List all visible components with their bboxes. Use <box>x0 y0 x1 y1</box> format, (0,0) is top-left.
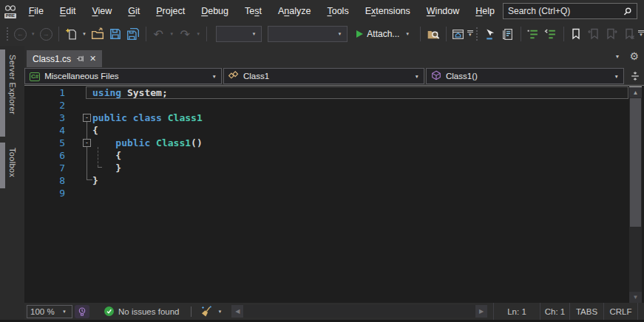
sidebar-tab-toolbox[interactable]: Toolbox <box>0 143 24 188</box>
toolbar-grip[interactable] <box>476 27 478 41</box>
save-button[interactable] <box>106 25 124 43</box>
code-editor[interactable]: 1using System;23-public class Class14{5-… <box>24 85 644 303</box>
scrollbar-thumb[interactable] <box>630 98 641 227</box>
new-file-chevron-icon[interactable]: ▼ <box>80 32 89 36</box>
close-icon[interactable]: ✕ <box>89 55 96 63</box>
navigation-bar: C#Miscellaneous Files▼Class1▼Class1()▼ <box>24 67 644 85</box>
scroll-up-arrow[interactable]: ▲ <box>629 86 642 97</box>
status-tabs[interactable]: TABS <box>569 303 603 320</box>
menu-git[interactable]: Git <box>120 0 148 22</box>
solution-explorer-button[interactable] <box>450 25 467 43</box>
menu-window[interactable]: Window <box>418 0 467 22</box>
menu-project[interactable]: Project <box>148 0 193 22</box>
navigate-backward-chevron-icon[interactable]: ▼ <box>29 32 38 36</box>
navbar-type-dropdown[interactable]: Class1▼ <box>223 68 424 84</box>
code-line-5[interactable]: 5- public Class1() <box>24 137 629 149</box>
navigate-forward-button[interactable]: → <box>40 28 52 41</box>
editor-group: Class1.cs ✕ ▼ ⚙ C#Miscellan <box>24 46 644 320</box>
toggle-bookmark-button[interactable] <box>567 25 585 43</box>
previous-bookmark-icon <box>588 28 600 40</box>
split-editor-button[interactable] <box>626 67 644 85</box>
issues-indicator[interactable]: No issues found <box>104 306 179 316</box>
fold-collapse-marker[interactable]: - <box>83 139 91 147</box>
code-cleanup-button[interactable]: ▼ <box>200 306 224 318</box>
undo-chevron-icon[interactable]: ▼ <box>167 32 176 36</box>
vertical-scrollbar[interactable]: ▲ ▼ <box>629 86 642 303</box>
scroll-right-arrow[interactable]: ▶ <box>475 305 487 318</box>
menu-extensions[interactable]: Extensions <box>357 0 418 22</box>
standard-toolbar: ← ▼ → ▼ <box>0 22 644 46</box>
document-tab-strip: Class1.cs ✕ ▼ ⚙ <box>24 46 644 67</box>
sidebar-tab-server-explorer[interactable]: Server Explorer <box>0 49 24 137</box>
menu-help[interactable]: Help <box>467 0 503 22</box>
tab-list-chevron-icon[interactable]: ▼ <box>615 54 620 59</box>
navbar-member-dropdown[interactable]: Class1()▼ <box>426 68 624 84</box>
chevron-down-icon: ▼ <box>249 32 258 36</box>
undo-button[interactable]: ↶ <box>149 25 167 43</box>
previous-bookmark-button[interactable] <box>585 25 603 43</box>
menu-analyze[interactable]: Analyze <box>270 0 319 22</box>
navigate-backward-button[interactable]: ← <box>14 28 27 41</box>
status-crlf[interactable]: CRLF <box>603 303 637 320</box>
dropdown-label: Miscellaneous Files <box>44 72 207 80</box>
code-line-6[interactable]: 6 { <box>24 149 629 162</box>
code-line-1[interactable]: 1using System; <box>24 86 629 99</box>
clear-bookmarks-button[interactable] <box>620 25 638 43</box>
uncomment-button[interactable] <box>542 25 560 43</box>
menu-items: FileEditViewGitProjectDebugTestAnalyzeTo… <box>21 0 503 22</box>
open-file-button[interactable] <box>89 25 106 43</box>
list-members-button[interactable] <box>481 25 499 43</box>
sidebar-tab-label: Server Explorer <box>5 49 21 137</box>
menu-view[interactable]: View <box>84 0 120 22</box>
attach-button[interactable]: Attach... ▼ <box>352 25 416 43</box>
zoom-control[interactable]: 100 % ▼ <box>27 305 72 318</box>
left-tool-window-bar: Server ExplorerToolbox <box>0 46 24 320</box>
fold-collapse-marker[interactable]: - <box>83 114 91 122</box>
code-line-2[interactable]: 2 <box>24 99 629 112</box>
navbar-project-dropdown[interactable]: C#Miscellaneous Files▼ <box>24 68 222 84</box>
toolbar-overflow-button[interactable]: ▼ <box>467 32 473 37</box>
line-number: 9 <box>24 187 69 199</box>
save-all-button[interactable] <box>124 25 142 43</box>
code-line-8[interactable]: 8} <box>24 174 629 187</box>
code-line-4[interactable]: 4{ <box>24 124 629 137</box>
new-file-button[interactable] <box>62 25 80 43</box>
scrollbar-track[interactable] <box>243 305 475 318</box>
code-line-9[interactable]: 9 <box>24 187 629 199</box>
tab-class1-cs[interactable]: Class1.cs ✕ <box>27 50 102 67</box>
next-bookmark-button[interactable] <box>603 25 620 43</box>
menu-edit[interactable]: Edit <box>52 0 84 22</box>
search-input[interactable] <box>508 6 623 16</box>
editor-health-button[interactable] <box>75 305 89 318</box>
pin-icon[interactable] <box>76 55 84 63</box>
save-all-icon <box>126 27 140 41</box>
scroll-down-arrow[interactable]: ▼ <box>629 292 642 303</box>
gear-icon[interactable]: ⚙ <box>629 51 639 61</box>
redo-button[interactable]: ↷ <box>176 25 194 43</box>
scroll-left-arrow[interactable]: ◀ <box>231 305 243 318</box>
menu-tools[interactable]: Tools <box>319 0 356 22</box>
indent-guide-tick <box>98 167 102 168</box>
toolbar-combo-2[interactable]: ▼ <box>268 26 348 42</box>
chevron-down-icon: ▼ <box>60 309 69 314</box>
search-icon <box>623 7 632 16</box>
comment-out-button[interactable] <box>524 25 542 43</box>
toolbar-combo-1[interactable]: ▼ <box>216 26 262 42</box>
search-box[interactable] <box>503 3 637 19</box>
bookmark-overflow-button[interactable]: ▼ <box>638 32 644 37</box>
menu-file[interactable]: File <box>21 0 52 22</box>
find-in-files-button[interactable] <box>424 25 442 43</box>
redo-chevron-icon[interactable]: ▼ <box>194 32 203 36</box>
menu-test[interactable]: Test <box>237 0 270 22</box>
menu-debug[interactable]: Debug <box>193 0 237 22</box>
code-text: { <box>92 149 121 162</box>
status-ch-1: Ch: 1 <box>540 303 569 320</box>
zoom-level: 100 % <box>30 307 57 316</box>
code-area[interactable]: 1using System;23-public class Class14{5-… <box>24 86 629 303</box>
next-bookmark-icon <box>606 28 617 40</box>
toolbar-grip[interactable] <box>7 27 9 41</box>
code-line-7[interactable]: 7 } <box>24 162 629 174</box>
parameter-info-button[interactable] <box>499 25 517 43</box>
code-line-3[interactable]: 3-public class Class1 <box>24 112 629 124</box>
horizontal-scrollbar[interactable]: ◀ ▶ <box>231 305 487 318</box>
